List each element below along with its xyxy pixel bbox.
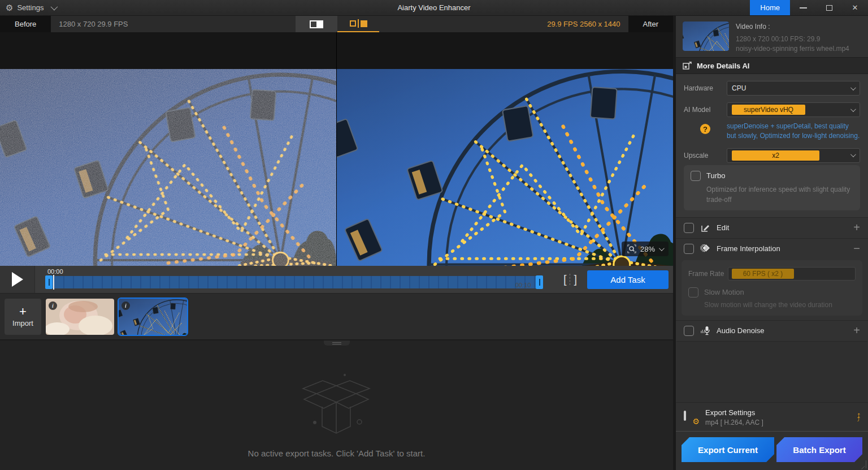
frame-interpolation-card: Frame Rate 60 FPS ( x2 ) Slow Motion Slo…: [682, 260, 862, 316]
window-resize-grip[interactable]: [858, 460, 866, 468]
empty-box-icon: [284, 367, 389, 441]
export-format-value: mp4 [ H.264, AAC ]: [705, 419, 763, 426]
chevron-down-icon: [850, 152, 856, 157]
collapse-minus-icon[interactable]: −: [853, 242, 860, 255]
import-label: Import: [12, 319, 33, 327]
audio-denoise-row[interactable]: Audio Denoise +: [676, 320, 868, 341]
edit-checkbox[interactable]: [684, 223, 694, 233]
before-resolution-label: 1280 x 720 29.9 FPS: [51, 16, 136, 32]
ai-model-description: superDenoise + superDetail, best quality…: [727, 122, 860, 141]
add-task-button[interactable]: Add Task: [587, 270, 669, 289]
export-settings-row[interactable]: ⚙ Export Settings mp4 [ H.264, AAC ] ⤴⤴: [676, 402, 868, 431]
trim-range-icon[interactable]: []: [563, 273, 577, 286]
frame-rate-input[interactable]: 60 FPS ( x2 ): [728, 267, 856, 281]
upscale-dropdown[interactable]: x2: [727, 148, 860, 163]
preview-area: 28%: [0, 32, 673, 266]
ai-model-value-badge: superVideo vHQ: [732, 105, 805, 115]
after-resolution-label: 29.9 FPS 2560 x 1440: [539, 16, 628, 32]
plus-icon: +: [19, 305, 27, 318]
playhead[interactable]: [53, 275, 54, 290]
export-settings-title: Export Settings: [705, 408, 763, 417]
frame-rate-label: Frame Rate: [688, 270, 728, 278]
hardware-label: Hardware: [684, 84, 727, 92]
media-thumbnail-baby[interactable]: i: [46, 299, 114, 335]
hardware-value: CPU: [732, 84, 746, 92]
trim-start-handle[interactable]: [45, 275, 53, 289]
tab-before[interactable]: Before: [0, 16, 51, 32]
chevron-down-icon: [850, 85, 856, 90]
play-icon: [12, 272, 23, 287]
section-title: More Details AI: [697, 62, 749, 70]
view-mode-sidebyside-button[interactable]: [337, 16, 379, 32]
close-button[interactable]: ✕: [842, 0, 868, 15]
chevron-down-icon: [850, 106, 856, 112]
upscale-value-badge: x2: [732, 150, 819, 161]
panel-drag-handle[interactable]: [324, 340, 350, 346]
settings-menu[interactable]: ⚙ Settings: [0, 3, 56, 12]
app-title: Aiarty Video Enhancer: [0, 3, 868, 12]
side-by-side-view-icon: [350, 19, 367, 28]
split-view-icon: [310, 20, 323, 28]
slow-motion-checkbox[interactable]: [688, 287, 698, 297]
expand-plus-icon[interactable]: +: [853, 221, 860, 234]
video-info-thumbnail: [683, 21, 729, 51]
enhance-icon: [683, 62, 692, 70]
export-current-button[interactable]: Export Current: [682, 437, 774, 462]
collapse-chevrons-icon[interactable]: ⤴⤴: [857, 414, 861, 421]
play-button[interactable]: [0, 266, 35, 293]
video-info-section: Video Info : 1280 x 720 00:10 FPS: 29.9 …: [676, 16, 868, 57]
chevron-down-icon: [51, 3, 58, 11]
media-strip: + Import i i: [0, 293, 673, 339]
ai-model-label: AI Model: [684, 106, 727, 114]
info-icon[interactable]: i: [121, 301, 130, 310]
view-mode-split-button[interactable]: [296, 16, 337, 32]
after-video-pane[interactable]: 28%: [337, 32, 673, 266]
frame-interpolation-label: Frame Interpolation: [717, 244, 780, 253]
hardware-dropdown[interactable]: CPU: [727, 81, 860, 96]
ai-model-dropdown[interactable]: superVideo vHQ: [727, 102, 860, 117]
media-thumbnail-ferris-wheel[interactable]: i: [119, 299, 187, 335]
more-details-ai-header[interactable]: More Details AI: [676, 57, 868, 74]
trim-end-handle[interactable]: [536, 275, 543, 289]
end-time-label: 00:10: [515, 282, 531, 288]
frame-interpolation-icon: [700, 244, 711, 253]
frame-rate-value-badge: 60 FPS ( x2 ): [732, 269, 794, 279]
edit-feature-row[interactable]: Edit +: [676, 217, 868, 238]
export-tasks-area: No active export tasks. Click 'Add Task'…: [0, 339, 673, 470]
info-icon[interactable]: i: [49, 301, 57, 310]
import-button[interactable]: + Import: [5, 299, 41, 335]
playback-bar: 00:00 00:10 [] Add Task: [0, 266, 673, 293]
zoom-chevron-icon: [659, 245, 665, 251]
upscale-label: Upscale: [684, 152, 727, 159]
edit-label: Edit: [717, 223, 729, 232]
video-info-meta: 1280 x 720 00:10 FPS: 29.9: [736, 35, 849, 43]
gear-icon: ⚙: [6, 3, 13, 12]
help-icon[interactable]: ?: [684, 122, 727, 141]
audio-denoise-label: Audio Denoise: [717, 326, 765, 335]
empty-tasks-message: No active export tasks. Click 'Add Task'…: [248, 449, 426, 458]
minimize-button[interactable]: [790, 0, 816, 15]
turbo-checkbox[interactable]: [691, 171, 701, 181]
batch-export-button[interactable]: Batch Export: [776, 437, 862, 462]
expand-plus-icon[interactable]: +: [853, 324, 860, 337]
frame-interpolation-checkbox[interactable]: [684, 244, 694, 254]
settings-label: Settings: [17, 3, 44, 12]
export-settings-icon: ⚙: [684, 412, 698, 423]
timeline-track[interactable]: [45, 276, 542, 288]
empty-settings-card: [676, 341, 867, 402]
microphone-icon: [700, 326, 711, 335]
audio-denoise-checkbox[interactable]: [684, 326, 694, 336]
tab-after[interactable]: After: [628, 16, 673, 32]
magnifier-icon: [627, 244, 636, 253]
video-info-filename: noisy-video-spinning ferris wheel.mp4: [736, 45, 849, 53]
before-video-frame: [0, 69, 336, 266]
frame-interpolation-row[interactable]: Frame Interpolation −: [676, 238, 868, 259]
home-button[interactable]: Home: [750, 0, 790, 15]
video-info-title: Video Info :: [736, 23, 849, 31]
before-video-pane[interactable]: [0, 32, 336, 266]
export-buttons-bar: Export Current Batch Export: [676, 431, 868, 470]
after-video-frame: [337, 69, 673, 266]
zoom-control[interactable]: 28%: [622, 242, 669, 256]
maximize-button[interactable]: [816, 0, 842, 15]
ai-settings-block: Hardware CPU AI Model superVideo vHQ ?: [676, 74, 868, 217]
